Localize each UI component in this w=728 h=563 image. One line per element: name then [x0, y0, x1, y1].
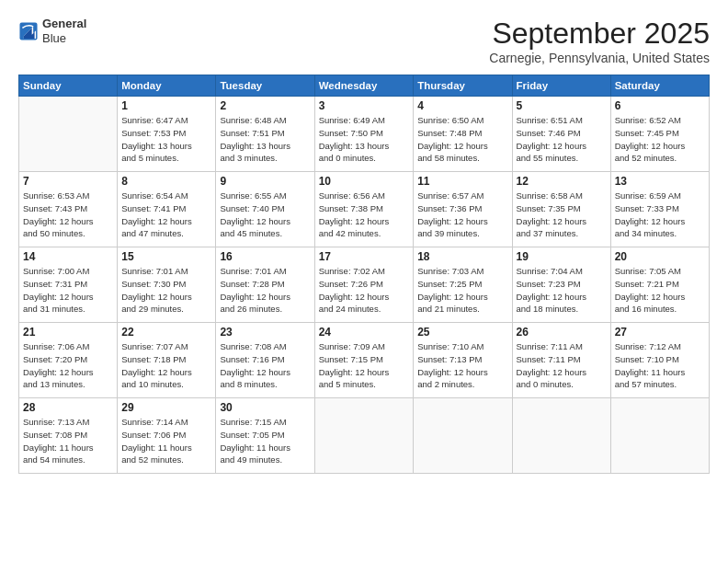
day-number: 20 [615, 250, 705, 263]
calendar-cell: 25Sunrise: 7:10 AMSunset: 7:13 PMDayligh… [414, 323, 512, 398]
col-header-thursday: Thursday [414, 75, 512, 97]
calendar-cell [414, 398, 512, 474]
calendar-week-4: 28Sunrise: 7:13 AMSunset: 7:08 PMDayligh… [19, 398, 710, 474]
calendar-cell [512, 398, 610, 474]
day-info: Sunrise: 7:14 AMSunset: 7:06 PMDaylight:… [121, 416, 211, 466]
day-number: 13 [615, 175, 705, 188]
day-info: Sunrise: 7:02 AMSunset: 7:26 PMDaylight:… [319, 265, 410, 316]
day-number: 2 [220, 99, 310, 112]
calendar-cell: 16Sunrise: 7:01 AMSunset: 7:28 PMDayligh… [216, 247, 314, 323]
month-title: September 2025 [489, 17, 710, 51]
day-info: Sunrise: 7:08 AMSunset: 7:16 PMDaylight:… [220, 340, 310, 391]
calendar-header-row: SundayMondayTuesdayWednesdayThursdayFrid… [19, 75, 710, 97]
col-header-tuesday: Tuesday [216, 75, 314, 97]
day-number: 9 [220, 175, 310, 188]
calendar-cell [610, 398, 709, 474]
day-info: Sunrise: 6:58 AMSunset: 7:35 PMDaylight:… [517, 190, 607, 240]
day-info: Sunrise: 7:00 AMSunset: 7:31 PMDaylight:… [23, 265, 113, 316]
day-info: Sunrise: 7:01 AMSunset: 7:30 PMDaylight:… [121, 265, 211, 316]
logo-icon [18, 21, 39, 41]
calendar-cell: 28Sunrise: 7:13 AMSunset: 7:08 PMDayligh… [19, 398, 118, 474]
col-header-friday: Friday [512, 75, 610, 97]
logo: General Blue [18, 17, 86, 45]
day-number: 16 [220, 250, 310, 263]
col-header-sunday: Sunday [19, 75, 118, 97]
col-header-saturday: Saturday [610, 75, 709, 97]
day-info: Sunrise: 7:10 AMSunset: 7:13 PMDaylight:… [417, 340, 507, 391]
calendar-cell: 26Sunrise: 7:11 AMSunset: 7:11 PMDayligh… [512, 323, 610, 398]
calendar-cell: 9Sunrise: 6:55 AMSunset: 7:40 PMDaylight… [216, 172, 314, 247]
page-header: General Blue September 2025 Carnegie, Pe… [18, 17, 710, 65]
calendar-week-3: 21Sunrise: 7:06 AMSunset: 7:20 PMDayligh… [19, 323, 710, 398]
day-info: Sunrise: 7:15 AMSunset: 7:05 PMDaylight:… [220, 416, 310, 466]
calendar-cell: 2Sunrise: 6:48 AMSunset: 7:51 PMDaylight… [216, 97, 314, 172]
day-info: Sunrise: 6:55 AMSunset: 7:40 PMDaylight:… [220, 190, 310, 240]
calendar-week-1: 7Sunrise: 6:53 AMSunset: 7:43 PMDaylight… [19, 172, 710, 247]
calendar-week-2: 14Sunrise: 7:00 AMSunset: 7:31 PMDayligh… [19, 247, 710, 323]
calendar-cell: 10Sunrise: 6:56 AMSunset: 7:38 PMDayligh… [314, 172, 414, 247]
calendar-table: SundayMondayTuesdayWednesdayThursdayFrid… [18, 75, 710, 474]
day-info: Sunrise: 7:01 AMSunset: 7:28 PMDaylight:… [220, 265, 310, 316]
day-info: Sunrise: 7:05 AMSunset: 7:21 PMDaylight:… [615, 265, 705, 316]
col-header-wednesday: Wednesday [314, 75, 414, 97]
calendar-cell: 15Sunrise: 7:01 AMSunset: 7:30 PMDayligh… [118, 247, 216, 323]
day-info: Sunrise: 7:09 AMSunset: 7:15 PMDaylight:… [319, 340, 410, 391]
calendar-cell: 17Sunrise: 7:02 AMSunset: 7:26 PMDayligh… [314, 247, 414, 323]
day-number: 4 [417, 99, 507, 112]
calendar-cell: 8Sunrise: 6:54 AMSunset: 7:41 PMDaylight… [118, 172, 216, 247]
day-info: Sunrise: 7:04 AMSunset: 7:23 PMDaylight:… [517, 265, 607, 316]
day-info: Sunrise: 7:06 AMSunset: 7:20 PMDaylight:… [23, 340, 113, 391]
calendar-cell: 20Sunrise: 7:05 AMSunset: 7:21 PMDayligh… [610, 247, 709, 323]
calendar-cell: 30Sunrise: 7:15 AMSunset: 7:05 PMDayligh… [216, 398, 314, 474]
day-info: Sunrise: 7:12 AMSunset: 7:10 PMDaylight:… [615, 340, 705, 391]
day-number: 17 [319, 250, 410, 263]
day-number: 14 [23, 250, 113, 263]
day-number: 19 [517, 250, 607, 263]
day-number: 29 [121, 401, 211, 414]
day-number: 11 [417, 175, 507, 188]
day-info: Sunrise: 6:57 AMSunset: 7:36 PMDaylight:… [417, 190, 507, 240]
calendar-cell: 5Sunrise: 6:51 AMSunset: 7:46 PMDaylight… [512, 97, 610, 172]
day-number: 1 [121, 99, 211, 112]
calendar-cell: 3Sunrise: 6:49 AMSunset: 7:50 PMDaylight… [314, 97, 414, 172]
calendar-cell: 24Sunrise: 7:09 AMSunset: 7:15 PMDayligh… [314, 323, 414, 398]
day-number: 5 [517, 99, 607, 112]
day-number: 23 [220, 326, 310, 339]
day-number: 10 [319, 175, 410, 188]
day-number: 8 [121, 175, 211, 188]
calendar-cell: 14Sunrise: 7:00 AMSunset: 7:31 PMDayligh… [19, 247, 118, 323]
day-info: Sunrise: 6:47 AMSunset: 7:53 PMDaylight:… [121, 114, 211, 165]
calendar-cell: 19Sunrise: 7:04 AMSunset: 7:23 PMDayligh… [512, 247, 610, 323]
calendar-cell [19, 97, 118, 172]
day-number: 7 [23, 175, 113, 188]
calendar-cell: 29Sunrise: 7:14 AMSunset: 7:06 PMDayligh… [118, 398, 216, 474]
day-info: Sunrise: 6:56 AMSunset: 7:38 PMDaylight:… [319, 190, 410, 240]
day-number: 15 [121, 250, 211, 263]
day-info: Sunrise: 7:11 AMSunset: 7:11 PMDaylight:… [517, 340, 607, 391]
calendar-cell: 11Sunrise: 6:57 AMSunset: 7:36 PMDayligh… [414, 172, 512, 247]
day-number: 30 [220, 401, 310, 414]
day-number: 22 [121, 326, 211, 339]
calendar-cell: 13Sunrise: 6:59 AMSunset: 7:33 PMDayligh… [610, 172, 709, 247]
calendar-cell [314, 398, 414, 474]
day-number: 18 [417, 250, 507, 263]
day-info: Sunrise: 6:48 AMSunset: 7:51 PMDaylight:… [220, 114, 310, 165]
logo-general: General [42, 17, 86, 31]
day-number: 24 [319, 326, 410, 339]
day-info: Sunrise: 6:52 AMSunset: 7:45 PMDaylight:… [615, 114, 705, 165]
day-info: Sunrise: 7:03 AMSunset: 7:25 PMDaylight:… [417, 265, 507, 316]
day-info: Sunrise: 6:51 AMSunset: 7:46 PMDaylight:… [517, 114, 607, 165]
calendar-cell: 12Sunrise: 6:58 AMSunset: 7:35 PMDayligh… [512, 172, 610, 247]
day-info: Sunrise: 6:50 AMSunset: 7:48 PMDaylight:… [417, 114, 507, 165]
calendar-cell: 4Sunrise: 6:50 AMSunset: 7:48 PMDaylight… [414, 97, 512, 172]
day-number: 6 [615, 99, 705, 112]
day-info: Sunrise: 6:53 AMSunset: 7:43 PMDaylight:… [23, 190, 113, 240]
calendar-cell: 1Sunrise: 6:47 AMSunset: 7:53 PMDaylight… [118, 97, 216, 172]
calendar-week-0: 1Sunrise: 6:47 AMSunset: 7:53 PMDaylight… [19, 97, 710, 172]
calendar-cell: 7Sunrise: 6:53 AMSunset: 7:43 PMDaylight… [19, 172, 118, 247]
day-number: 28 [23, 401, 113, 414]
day-info: Sunrise: 7:13 AMSunset: 7:08 PMDaylight:… [23, 416, 113, 466]
day-number: 3 [319, 99, 410, 112]
logo-blue: Blue [42, 31, 86, 46]
col-header-monday: Monday [118, 75, 216, 97]
